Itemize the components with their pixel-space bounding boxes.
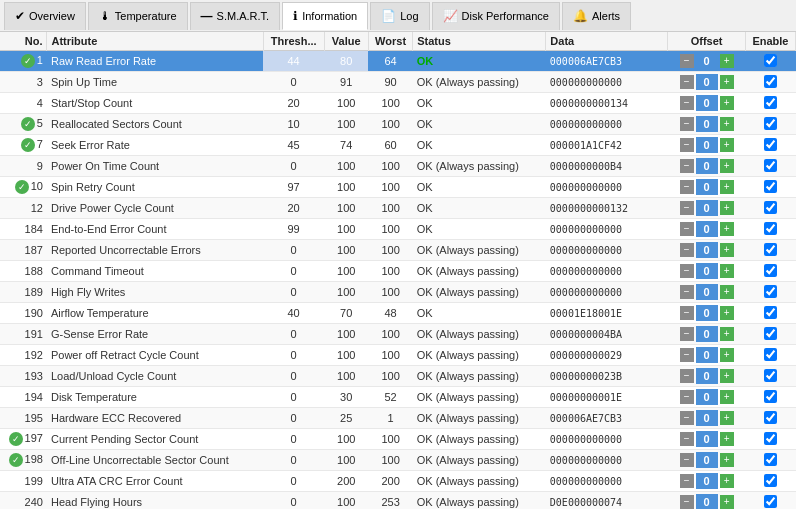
enable-checkbox[interactable] [764,75,777,88]
offset-decrement-button[interactable]: − [680,432,694,446]
cell-status: OK (Always passing) [413,429,546,450]
tab-information[interactable]: ℹ Information [282,2,368,30]
offset-decrement-button[interactable]: − [680,369,694,383]
offset-decrement-button[interactable]: − [680,117,694,131]
offset-increment-button[interactable]: + [720,348,734,362]
enable-checkbox[interactable] [764,411,777,424]
cell-enable[interactable] [745,450,795,471]
offset-increment-button[interactable]: + [720,327,734,341]
enable-checkbox[interactable] [764,201,777,214]
offset-increment-button[interactable]: + [720,369,734,383]
cell-enable[interactable] [745,261,795,282]
cell-enable[interactable] [745,345,795,366]
enable-checkbox[interactable] [764,222,777,235]
enable-checkbox[interactable] [764,264,777,277]
offset-increment-button[interactable]: + [720,96,734,110]
enable-checkbox[interactable] [764,369,777,382]
enable-checkbox[interactable] [764,453,777,466]
offset-increment-button[interactable]: + [720,411,734,425]
enable-checkbox[interactable] [764,285,777,298]
cell-enable[interactable] [745,366,795,387]
offset-increment-button[interactable]: + [720,390,734,404]
offset-decrement-button[interactable]: − [680,96,694,110]
table-row: 240Head Flying Hours0100253OK (Always pa… [0,492,796,510]
offset-increment-button[interactable]: + [720,495,734,509]
offset-increment-button[interactable]: + [720,285,734,299]
enable-checkbox[interactable] [764,180,777,193]
cell-enable[interactable] [745,219,795,240]
enable-checkbox[interactable] [764,390,777,403]
offset-increment-button[interactable]: + [720,138,734,152]
cell-enable[interactable] [745,51,795,72]
offset-decrement-button[interactable]: − [680,54,694,68]
cell-enable[interactable] [745,72,795,93]
cell-enable[interactable] [745,114,795,135]
enable-checkbox[interactable] [764,117,777,130]
enable-checkbox[interactable] [764,474,777,487]
offset-decrement-button[interactable]: − [680,75,694,89]
cell-enable[interactable] [745,156,795,177]
offset-decrement-button[interactable]: − [680,222,694,236]
cell-enable[interactable] [745,240,795,261]
enable-checkbox[interactable] [764,54,777,67]
cell-enable[interactable] [745,492,795,510]
offset-increment-button[interactable]: + [720,180,734,194]
enable-checkbox[interactable] [764,348,777,361]
enable-checkbox[interactable] [764,159,777,172]
offset-decrement-button[interactable]: − [680,306,694,320]
tab-log[interactable]: 📄 Log [370,2,429,30]
offset-decrement-button[interactable]: − [680,390,694,404]
offset-decrement-button[interactable]: − [680,159,694,173]
tab-smart[interactable]: — S.M.A.R.T. [190,2,281,30]
enable-checkbox[interactable] [764,432,777,445]
cell-enable[interactable] [745,303,795,324]
cell-enable[interactable] [745,429,795,450]
offset-decrement-button[interactable]: − [680,285,694,299]
offset-increment-button[interactable]: + [720,75,734,89]
offset-increment-button[interactable]: + [720,453,734,467]
enable-checkbox[interactable] [764,96,777,109]
offset-decrement-button[interactable]: − [680,201,694,215]
offset-decrement-button[interactable]: − [680,474,694,488]
offset-increment-button[interactable]: + [720,222,734,236]
offset-increment-button[interactable]: + [720,474,734,488]
cell-enable[interactable] [745,471,795,492]
enable-checkbox[interactable] [764,327,777,340]
cell-enable[interactable] [745,198,795,219]
overview-icon: ✔ [15,9,25,23]
offset-decrement-button[interactable]: − [680,411,694,425]
offset-increment-button[interactable]: + [720,432,734,446]
cell-data: 000000000000 [546,282,668,303]
enable-checkbox[interactable] [764,495,777,508]
offset-decrement-button[interactable]: − [680,180,694,194]
cell-enable[interactable] [745,135,795,156]
offset-decrement-button[interactable]: − [680,348,694,362]
tab-temperature[interactable]: 🌡 Temperature [88,2,188,30]
offset-decrement-button[interactable]: − [680,138,694,152]
offset-increment-button[interactable]: + [720,243,734,257]
enable-checkbox[interactable] [764,306,777,319]
cell-enable[interactable] [745,282,795,303]
enable-checkbox[interactable] [764,138,777,151]
cell-enable[interactable] [745,408,795,429]
offset-increment-button[interactable]: + [720,264,734,278]
offset-increment-button[interactable]: + [720,201,734,215]
offset-increment-button[interactable]: + [720,159,734,173]
offset-increment-button[interactable]: + [720,54,734,68]
cell-enable[interactable] [745,324,795,345]
offset-increment-button[interactable]: + [720,306,734,320]
offset-decrement-button[interactable]: − [680,327,694,341]
tab-alerts[interactable]: 🔔 Alerts [562,2,631,30]
offset-increment-button[interactable]: + [720,117,734,131]
offset-decrement-button[interactable]: − [680,453,694,467]
tab-overview[interactable]: ✔ Overview [4,2,86,30]
tab-diskperf[interactable]: 📈 Disk Performance [432,2,560,30]
cell-value: 100 [324,114,368,135]
cell-enable[interactable] [745,93,795,114]
offset-decrement-button[interactable]: − [680,243,694,257]
offset-decrement-button[interactable]: − [680,264,694,278]
cell-enable[interactable] [745,387,795,408]
enable-checkbox[interactable] [764,243,777,256]
offset-decrement-button[interactable]: − [680,495,694,509]
cell-enable[interactable] [745,177,795,198]
